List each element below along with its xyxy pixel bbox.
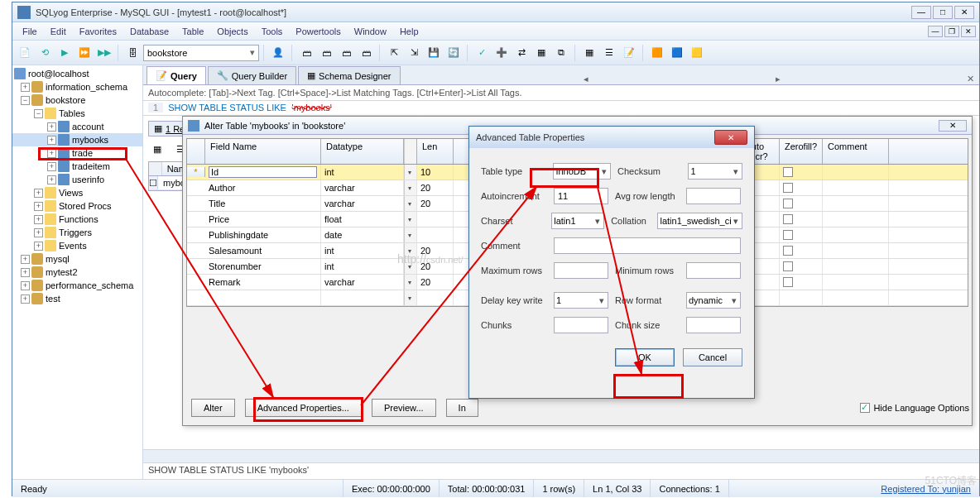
tb-runall-icon[interactable]: ⏩ <box>75 44 94 62</box>
tabletype-select[interactable]: InnoDB <box>553 163 611 180</box>
menu-file[interactable]: File <box>16 24 44 39</box>
tree-db-perfschema[interactable]: +performance_schema <box>12 279 142 292</box>
tb-color3-icon[interactable]: 🟨 <box>688 44 706 62</box>
tree-table-userinfo[interactable]: +userinfo <box>12 173 142 186</box>
adv-close-button[interactable]: ✕ <box>714 130 747 145</box>
menu-database[interactable]: Database <box>123 24 175 39</box>
tab-query-builder[interactable]: 🔧 Query Builder <box>208 66 296 84</box>
menu-objects[interactable]: Objects <box>210 24 254 39</box>
close-button[interactable]: ✕ <box>954 6 974 19</box>
tb-table4-icon[interactable]: 🗃 <box>357 44 375 62</box>
tb-run-icon[interactable]: ▶ <box>55 44 74 62</box>
col-header-comment[interactable]: Comment <box>823 139 889 164</box>
menu-favorites[interactable]: Favorites <box>73 24 123 39</box>
tree-folder-events[interactable]: +Events <box>12 239 142 252</box>
charset-select[interactable]: latin1 <box>551 213 604 229</box>
tab-schema-designer[interactable]: ▦ Schema Designer <box>298 66 400 84</box>
checksum-select[interactable]: 1 <box>688 163 742 180</box>
tb-color2-icon[interactable]: 🟦 <box>668 44 686 62</box>
tb-export-icon[interactable]: ⇱ <box>385 44 403 62</box>
tb-backup-icon[interactable]: 💾 <box>425 44 443 62</box>
tb-form-icon[interactable]: ☰ <box>600 44 618 62</box>
tabs-nav-left[interactable]: ◂ <box>579 74 593 84</box>
menu-table[interactable]: Table <box>175 24 210 39</box>
tb-user-icon[interactable]: 👤 <box>269 44 287 62</box>
tb-refresh-icon[interactable]: ⟲ <box>36 44 54 62</box>
menu-window[interactable]: Window <box>348 24 393 39</box>
tb-import-icon[interactable]: ⇲ <box>405 44 423 62</box>
chunksize-input[interactable] <box>686 317 741 333</box>
col-header-name[interactable]: Field Name <box>205 139 321 164</box>
tb-table3-icon[interactable]: 🗃 <box>337 44 355 62</box>
tb-stop-icon[interactable]: ▶▶ <box>95 44 113 62</box>
tb-copy-icon[interactable]: ⧉ <box>552 44 570 62</box>
tree-table-trade[interactable]: +trade <box>12 146 142 160</box>
tree-db[interactable]: +information_schema <box>12 80 142 93</box>
tree-db-test[interactable]: +test <box>12 292 142 305</box>
result-grid-icon[interactable]: ▦ <box>148 140 166 158</box>
tree-folder-functions[interactable]: +Functions <box>12 213 142 226</box>
tree-root[interactable]: root@localhost <box>12 67 142 80</box>
tabs-close[interactable]: ✕ <box>962 74 979 84</box>
autoinc-input[interactable] <box>554 188 608 204</box>
comment-input[interactable] <box>554 237 741 254</box>
mdi-close[interactable]: ✕ <box>961 26 976 37</box>
label-autoinc: Autoincrement <box>481 191 547 201</box>
col-header-len[interactable]: Len <box>417 139 454 164</box>
chunks-input[interactable] <box>554 317 608 333</box>
mdi-minimize[interactable]: — <box>928 26 943 37</box>
tree-table-account[interactable]: +account <box>12 120 142 133</box>
alter-close-button[interactable]: ✕ <box>939 120 967 132</box>
query-editor[interactable]: 1SHOW TABLE STATUS LIKE 'mybooks' <box>143 101 979 116</box>
hide-language-option[interactable]: ✓Hide Language Options <box>860 403 969 413</box>
tree-folder-views[interactable]: +Views <box>12 186 142 199</box>
tb-sync-icon[interactable]: 🔄 <box>444 44 463 62</box>
tab-query[interactable]: 📝 Query <box>147 66 206 84</box>
cancel-button[interactable]: Cancel <box>683 348 742 366</box>
ok-button[interactable]: OK <box>615 348 675 366</box>
tree-folder-tables[interactable]: −Tables <box>12 107 142 120</box>
tb-plus-icon[interactable]: ➕ <box>492 44 511 62</box>
tree-folder-triggers[interactable]: +Triggers <box>12 226 142 239</box>
preview-button[interactable]: Preview... <box>372 399 436 417</box>
rowformat-select[interactable]: dynamic <box>686 292 741 309</box>
tree-db-bookstore[interactable]: −bookstore <box>12 93 142 107</box>
insert-button[interactable]: In <box>446 399 478 417</box>
tb-db-icon[interactable]: 🗄 <box>123 44 142 62</box>
tb-schema-icon[interactable]: ▦ <box>532 44 550 62</box>
tb-table1-icon[interactable]: 🗃 <box>297 44 315 62</box>
alter-title-text: Alter Table 'mybooks' in 'bookstore' <box>204 121 345 131</box>
tree-db-mysql[interactable]: +mysql <box>12 252 142 266</box>
col-header-zerofill[interactable]: Zerofill? <box>780 139 823 164</box>
tree-db-mytest2[interactable]: +mytest2 <box>12 266 142 279</box>
tb-color1-icon[interactable]: 🟧 <box>648 44 666 62</box>
avgrow-input[interactable] <box>686 188 741 204</box>
tree-table-mybooks[interactable]: +mybooks <box>12 133 142 146</box>
minrows-input[interactable] <box>686 262 741 279</box>
tb-arrows-icon[interactable]: ⇄ <box>512 44 531 62</box>
collation-select[interactable]: latin1_swedish_ci <box>657 213 742 229</box>
database-combo[interactable]: bookstore <box>143 45 259 61</box>
advanced-properties-button[interactable]: Advanced Properties... <box>245 399 362 417</box>
tabs-nav-right[interactable]: ▸ <box>771 74 785 84</box>
tb-new-icon[interactable]: 📄 <box>16 44 34 62</box>
tree-table-tradeitem[interactable]: +tradeitem <box>12 160 142 173</box>
minimize-button[interactable]: — <box>911 6 931 19</box>
menu-tools[interactable]: Tools <box>255 24 290 39</box>
tb-check-icon[interactable]: ✓ <box>473 44 491 62</box>
tb-table2-icon[interactable]: 🗃 <box>317 44 335 62</box>
maximize-button[interactable]: □ <box>933 6 953 19</box>
tb-grid-icon[interactable]: ▦ <box>580 44 598 62</box>
alter-button[interactable]: Alter <box>191 399 235 417</box>
tree-folder-procs[interactable]: +Stored Procs <box>12 199 142 213</box>
object-browser[interactable]: root@localhost +information_schema −book… <box>12 65 143 479</box>
tb-text-icon[interactable]: 📝 <box>620 44 638 62</box>
col-header-type[interactable]: Datatype <box>321 139 404 164</box>
maxrows-input[interactable] <box>554 262 608 279</box>
mdi-restore[interactable]: ❐ <box>944 26 959 37</box>
horizontal-scrollbar[interactable] <box>143 449 979 462</box>
menu-edit[interactable]: Edit <box>44 24 73 39</box>
delay-select[interactable]: 1 <box>554 292 608 309</box>
menu-help[interactable]: Help <box>393 24 425 39</box>
menu-powertools[interactable]: Powertools <box>289 24 347 39</box>
